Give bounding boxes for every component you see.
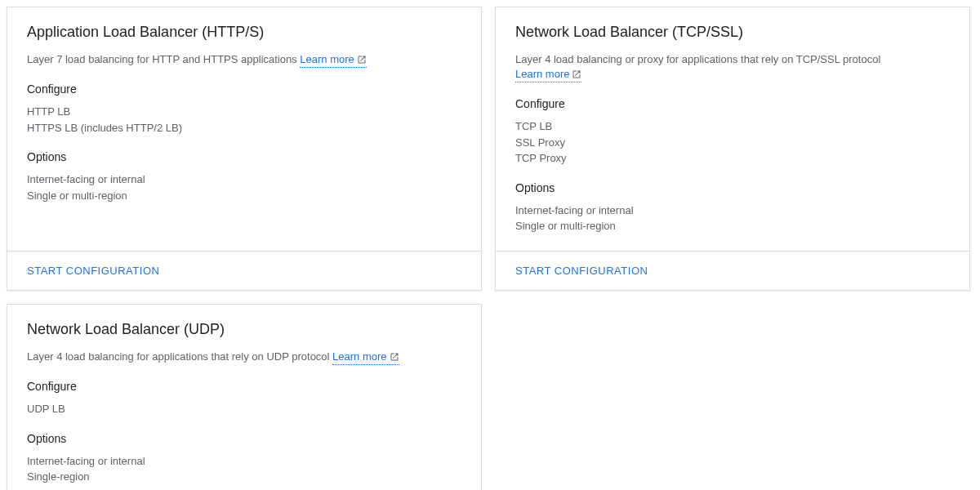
- card-description-text: Layer 7 load balancing for HTTP and HTTP…: [27, 53, 300, 65]
- card-description-text: Layer 4 load balancing or proxy for appl…: [515, 53, 880, 65]
- card-body: Network Load Balancer (TCP/SSL) Layer 4 …: [496, 7, 969, 251]
- options-item: Internet-facing or internal: [27, 172, 461, 188]
- options-items: Internet-facing or internal Single-regio…: [27, 453, 461, 485]
- external-link-icon: [357, 55, 367, 65]
- card-description: Layer 4 load balancing or proxy for appl…: [515, 52, 950, 82]
- options-item: Internet-facing or internal: [515, 203, 950, 219]
- card-description-text: Layer 4 load balancing for applications …: [27, 350, 332, 363]
- configure-items: UDP LB: [27, 401, 461, 417]
- configure-heading: Configure: [27, 82, 461, 96]
- configure-heading: Configure: [27, 380, 461, 393]
- options-heading: Options: [27, 150, 461, 163]
- learn-more-label: Learn more: [332, 350, 386, 364]
- card-network-lb-tcp-ssl: Network Load Balancer (TCP/SSL) Layer 4 …: [495, 7, 970, 291]
- options-items: Internet-facing or internal Single or mu…: [27, 172, 461, 203]
- learn-more-link[interactable]: Learn more: [300, 52, 366, 68]
- card-title: Network Load Balancer (UDP): [27, 321, 461, 338]
- configure-heading: Configure: [515, 97, 950, 110]
- options-item: Single or multi-region: [515, 218, 950, 234]
- load-balancer-cards-container: Application Load Balancer (HTTP/S) Layer…: [7, 7, 973, 490]
- card-footer: START CONFIGURATION: [496, 251, 969, 290]
- configure-item: SSL Proxy: [515, 135, 950, 151]
- configure-item: HTTPS LB (includes HTTP/2 LB): [27, 120, 461, 136]
- configure-item: TCP LB: [515, 118, 950, 135]
- card-footer: START CONFIGURATION: [7, 251, 481, 290]
- card-body: Network Load Balancer (UDP) Layer 4 load…: [7, 305, 481, 490]
- options-items: Internet-facing or internal Single or mu…: [515, 203, 950, 234]
- card-network-lb-udp: Network Load Balancer (UDP) Layer 4 load…: [7, 304, 482, 490]
- learn-more-link[interactable]: Learn more: [332, 350, 399, 365]
- external-link-icon: [572, 69, 581, 79]
- options-heading: Options: [515, 181, 950, 194]
- learn-more-label: Learn more: [515, 67, 569, 82]
- card-title: Network Load Balancer (TCP/SSL): [515, 24, 950, 41]
- card-description: Layer 7 load balancing for HTTP and HTTP…: [27, 52, 461, 68]
- configure-item: UDP LB: [27, 401, 461, 417]
- learn-more-link[interactable]: Learn more: [515, 67, 581, 82]
- configure-items: TCP LB SSL Proxy TCP Proxy: [515, 118, 950, 167]
- configure-item: TCP Proxy: [515, 150, 950, 167]
- options-item: Single-region: [27, 469, 461, 485]
- card-body: Application Load Balancer (HTTP/S) Layer…: [7, 7, 481, 251]
- card-description: Layer 4 load balancing for applications …: [27, 350, 461, 365]
- start-configuration-button[interactable]: START CONFIGURATION: [515, 261, 648, 280]
- configure-item: HTTP LB: [27, 104, 461, 120]
- card-application-lb-https: Application Load Balancer (HTTP/S) Layer…: [7, 7, 482, 291]
- configure-items: HTTP LB HTTPS LB (includes HTTP/2 LB): [27, 104, 461, 136]
- options-heading: Options: [27, 432, 461, 445]
- options-item: Internet-facing or internal: [27, 453, 461, 470]
- card-title: Application Load Balancer (HTTP/S): [27, 24, 461, 41]
- external-link-icon: [390, 352, 399, 362]
- start-configuration-button[interactable]: START CONFIGURATION: [27, 261, 159, 280]
- options-item: Single or multi-region: [27, 188, 461, 204]
- learn-more-label: Learn more: [300, 52, 354, 67]
